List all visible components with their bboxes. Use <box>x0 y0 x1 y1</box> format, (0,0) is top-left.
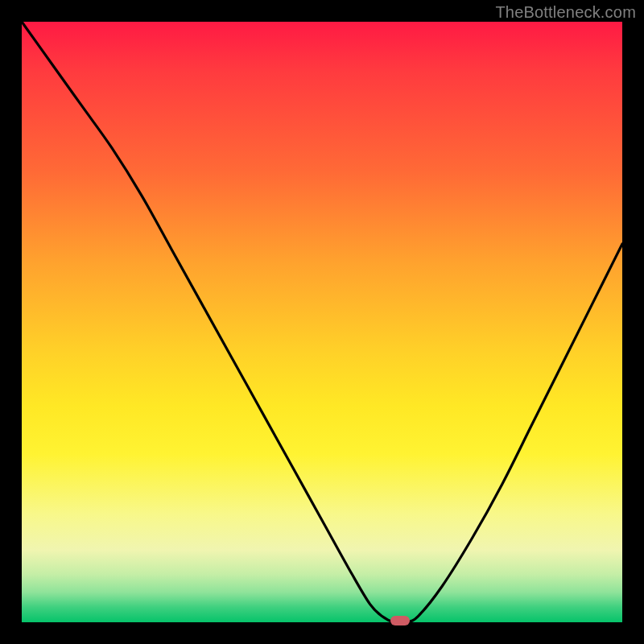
optimal-marker <box>390 616 410 625</box>
chart-frame: TheBottleneck.com <box>0 0 644 644</box>
plot-area <box>22 22 622 622</box>
bottleneck-curve <box>22 22 622 622</box>
watermark-text: TheBottleneck.com <box>495 3 636 22</box>
